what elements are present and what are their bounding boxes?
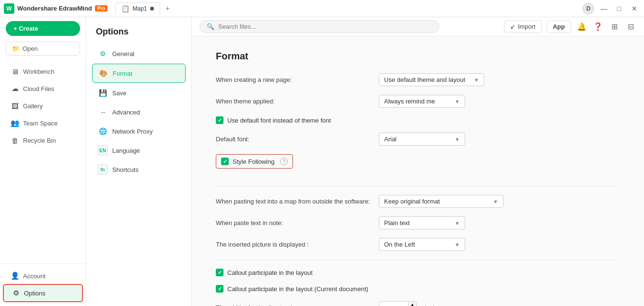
notification-icon[interactable]: 🔔: [576, 21, 587, 33]
grid-icon[interactable]: ⊞: [609, 21, 620, 33]
paste-note-row: When paste text in note: Plain text ▼: [216, 216, 620, 229]
add-tab-button[interactable]: +: [162, 3, 174, 14]
search-input[interactable]: [218, 23, 432, 30]
paste-note-select[interactable]: Plain text ▼: [379, 216, 465, 229]
use-default-font-row: Use default font instead of theme font: [216, 116, 620, 124]
stepper-buttons: ▲ ▼: [408, 302, 416, 306]
options-item-save[interactable]: 💾 Save: [92, 84, 186, 102]
titlebar-right: D — □ ✕: [583, 3, 640, 14]
style-following-checkbox[interactable]: [221, 158, 229, 165]
gallery-icon: 🖼: [11, 102, 19, 110]
callout-label-2: Callout participate in the layout (Curre…: [227, 285, 368, 293]
import-button[interactable]: ↙ Import: [504, 20, 542, 33]
options-item-shortcuts[interactable]: fn Shortcuts: [92, 160, 186, 179]
chevron-down-icon: ▼: [455, 242, 460, 248]
theme-applied-label: When theme applied:: [216, 98, 379, 105]
options-item-label: General: [112, 50, 134, 57]
account-icon: 👤: [11, 272, 19, 280]
sidebar-item-label: Account: [23, 272, 46, 280]
style-following-row: Style Following ?: [216, 154, 293, 169]
sidebar-item-cloud-files[interactable]: ☁ Cloud Files: [3, 80, 83, 97]
picture-value: On the Left: [384, 241, 415, 248]
search-icon: 🔍: [207, 23, 214, 30]
open-button[interactable]: 📁 Open: [6, 42, 80, 56]
options-item-label: Format: [113, 70, 132, 77]
format-icon: 🎨: [98, 68, 108, 78]
language-icon: EN: [98, 146, 107, 155]
format-content: Format When creating a new page: Use def…: [192, 36, 644, 306]
shortcuts-icon: fn: [98, 165, 107, 174]
stepper-up-button[interactable]: ▲: [409, 302, 416, 306]
callout-label-1: Callout participate in the layout: [227, 269, 313, 276]
minimize-button[interactable]: —: [598, 3, 609, 14]
theme-applied-value: Always remind me: [384, 98, 435, 105]
cloud-icon: ☁: [11, 84, 19, 93]
advanced-icon: ···: [98, 107, 107, 117]
style-following-label: Style Following: [233, 158, 274, 165]
new-page-select[interactable]: Use default theme and layout ▼: [379, 73, 484, 86]
divider2: [216, 260, 620, 260]
style-following-info-icon[interactable]: ?: [280, 158, 288, 165]
options-item-label: Save: [112, 90, 127, 97]
default-font-select[interactable]: Arial ▼: [379, 133, 465, 146]
workbench-icon: 🖥: [11, 67, 19, 76]
timeline-label: The width of a timeline turning:: [216, 304, 379, 306]
sidebar-item-account[interactable]: 👤 Account: [3, 268, 83, 284]
chevron-down-icon: ▼: [455, 220, 460, 226]
callout-checkbox-2[interactable]: [216, 285, 223, 293]
close-button[interactable]: ✕: [629, 3, 640, 14]
chevron-down-icon: ▼: [474, 77, 479, 83]
app-button[interactable]: App: [547, 20, 571, 33]
paste-text-value: Keep original format: [384, 198, 440, 205]
app-name: Wondershare EdrawMind: [17, 5, 92, 12]
options-title: Options: [92, 27, 186, 37]
tab-map1[interactable]: 📋 Map1: [115, 2, 160, 14]
paste-note-label: When paste text in note:: [216, 219, 379, 227]
sidebar-item-label: Cloud Files: [23, 85, 54, 92]
sidebar-item-team-space[interactable]: 👥 Team Space: [3, 115, 83, 131]
paste-text-select[interactable]: Keep original format ▼: [379, 195, 503, 208]
options-gear-icon: ⚙: [12, 289, 20, 297]
recycle-icon: 🗑: [11, 136, 19, 145]
sidebar-item-gallery[interactable]: 🖼 Gallery: [3, 98, 83, 114]
import-icon: ↙: [510, 23, 515, 30]
theme-applied-select[interactable]: Always remind me ▼: [379, 95, 465, 108]
options-item-language[interactable]: EN Language: [92, 141, 186, 159]
default-font-label: Default font:: [216, 136, 379, 143]
sidebar-nav: 🖥 Workbench ☁ Cloud Files 🖼 Gallery 👥 Te…: [0, 63, 86, 263]
sidebar-item-label: Team Space: [23, 120, 58, 127]
sidebar-item-workbench[interactable]: 🖥 Workbench: [3, 63, 83, 79]
layout-icon[interactable]: ⊟: [625, 21, 636, 33]
options-item-advanced[interactable]: ··· Advanced: [92, 103, 186, 121]
options-item-network-proxy[interactable]: 🌐 Network Proxy: [92, 122, 186, 140]
new-page-value: Use default theme and layout: [384, 76, 465, 83]
maximize-button[interactable]: □: [613, 3, 625, 14]
timeline-unit: pixel: [422, 304, 434, 306]
sidebar-item-recycle-bin[interactable]: 🗑 Recycle Bin: [3, 132, 83, 148]
callout-row-2: Callout participate in the layout (Curre…: [216, 285, 620, 293]
new-page-row: When creating a new page: Use default th…: [216, 73, 620, 86]
picture-row: The inserted picture is displayed : On t…: [216, 238, 620, 251]
options-item-format[interactable]: 🎨 Format: [92, 64, 186, 83]
sidebar-item-options[interactable]: ⚙ Options: [3, 284, 83, 302]
timeline-stepper[interactable]: 1000 ▲ ▼: [379, 301, 417, 306]
use-default-font-label: Use default font instead of theme font: [227, 117, 331, 124]
section-title: Format: [216, 51, 620, 62]
use-default-font-checkbox[interactable]: [216, 116, 223, 124]
options-item-general[interactable]: ⚙ General: [92, 45, 186, 63]
paste-text-label: When pasting text into a map from outsid…: [216, 198, 379, 205]
chevron-down-icon: ▼: [455, 136, 460, 142]
timeline-value-input[interactable]: 1000: [379, 302, 408, 306]
save-icon: 💾: [98, 88, 107, 98]
user-avatar[interactable]: D: [583, 3, 594, 14]
help-icon[interactable]: ❓: [592, 21, 604, 33]
divider: [216, 186, 620, 186]
picture-select[interactable]: On the Left ▼: [379, 238, 465, 251]
topbar: 🔍 ↙ Import App 🔔 ❓ ⊞ ⊟: [192, 17, 644, 36]
create-button[interactable]: + Create: [6, 21, 80, 36]
sidebar-item-label: Options: [24, 290, 46, 297]
options-nav: Options ⚙ General 🎨 Format 💾 Save ··· Ad…: [86, 17, 192, 306]
callout-checkbox-1[interactable]: [216, 269, 223, 276]
default-font-row: Default font: Arial ▼: [216, 133, 620, 146]
search-box[interactable]: 🔍: [199, 20, 439, 33]
